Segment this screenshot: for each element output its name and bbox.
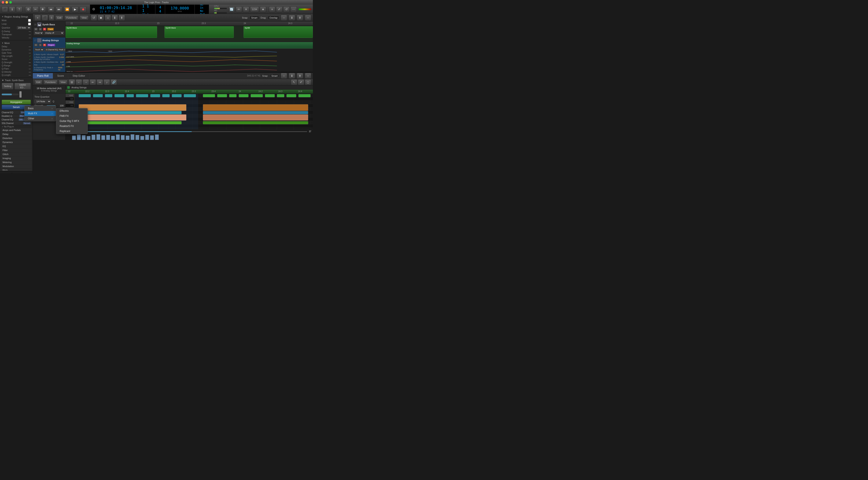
sidebar-item-distortion[interactable]: Distortion — [1, 136, 32, 140]
submenu-fm8-fx[interactable]: FM8 FX — [56, 114, 88, 119]
play-button[interactable]: ▶ — [72, 6, 79, 12]
sidebar-item-metering[interactable]: Metering — [1, 160, 32, 164]
track-17-mode-select[interactable]: Touch — [34, 48, 44, 51]
pr-icon3[interactable]: → — [83, 79, 89, 85]
track-options-button[interactable]: ⬛ — [42, 15, 48, 21]
analog-strings-clip[interactable]: Analog Strings — [65, 42, 313, 49]
track-16-track[interactable]: Track — [47, 28, 54, 31]
sync-track-button[interactable]: S — [49, 15, 54, 21]
rewind-button[interactable]: ⏮ — [48, 6, 54, 12]
snap-icon3[interactable]: ⬆ — [297, 15, 303, 21]
toolbar-icon-help[interactable]: ? — [16, 6, 23, 12]
track-17-r[interactable]: R — [43, 43, 46, 46]
sidebar-item-modulation[interactable]: Modulation — [1, 164, 32, 168]
track-17-m[interactable]: M — [34, 43, 38, 46]
loop-icon[interactable]: ↺ — [91, 15, 97, 21]
view-menu[interactable]: View — [80, 15, 89, 20]
snap-icon1[interactable]: ↔ — [281, 15, 287, 21]
forward-button[interactable]: ⏭ — [56, 6, 62, 12]
gear-icon[interactable]: ⚙ — [92, 7, 95, 11]
snap-icon4[interactable]: ↔ — [305, 15, 311, 21]
track-17-region[interactable]: Region — [47, 43, 55, 46]
track-16-s[interactable]: S — [39, 28, 42, 31]
toolbar-icon-info[interactable]: ℹ — [9, 6, 15, 12]
collapse-icon[interactable]: ⬇ — [112, 15, 118, 21]
pr-snap-value[interactable]: Smart — [270, 74, 279, 78]
back-button[interactable]: ⏪ — [64, 6, 70, 12]
velocity-slider[interactable] — [76, 131, 307, 132]
functions-menu[interactable]: Functions — [64, 15, 79, 20]
pr-view-menu[interactable]: View — [59, 80, 68, 85]
expand-icon[interactable]: ⬆ — [119, 15, 125, 21]
submenu-guitar-rig[interactable]: Guitar Rig 5 MFX — [56, 119, 88, 124]
rec2-icon[interactable]: ⏺ — [98, 15, 104, 21]
track-16-m[interactable]: M — [34, 28, 38, 31]
pr-icon5[interactable]: ⇒ — [97, 79, 103, 85]
numbers-btn[interactable]: 1234 — [250, 6, 259, 12]
more-header[interactable]: ▼ More — [1, 41, 32, 45]
star-icon[interactable]: ★ — [260, 6, 266, 12]
minimize-button[interactable] — [5, 1, 8, 4]
tab-piano-roll[interactable]: Piano Roll — [33, 73, 53, 78]
edit-icon[interactable]: ✏ — [236, 6, 242, 12]
setting-button[interactable]: Setting — [2, 83, 13, 90]
quantize-select[interactable]: 1/8 Note 1/4 Note 1/16 Note — [17, 26, 31, 29]
submenu-replicant[interactable]: Replicant — [56, 129, 88, 134]
toolbar-icon-4[interactable]: ⚙ — [25, 6, 31, 12]
sidebar-item-glitch[interactable]: Glitch — [1, 152, 32, 156]
grid-icon[interactable]: ≡ — [269, 6, 275, 12]
tab-score[interactable]: Score — [53, 73, 68, 78]
add-track-button[interactable]: + — [34, 15, 41, 21]
hard-ed-button[interactable]: HARD ED... — [14, 83, 31, 90]
toolbar-icon-1[interactable]: ⬛ — [2, 6, 8, 12]
sidebar-item-amps[interactable]: Amps and Pedals — [1, 128, 32, 132]
pr-cursor-icon[interactable]: ↖ — [291, 79, 297, 85]
synth-bass-clip-2[interactable]: Synth Bass — [164, 26, 234, 38]
sidebar-item-eq[interactable]: EQ — [1, 144, 32, 148]
synth-bass-clip-3[interactable]: Synth — [244, 26, 313, 38]
menu-item-multi-fx[interactable]: Multi FX › — [25, 111, 56, 116]
drag-value[interactable]: Overlap — [268, 16, 279, 20]
sidebar-item-delay[interactable]: Delay — [1, 132, 32, 136]
pr-arrow-icon[interactable]: ↔ — [305, 73, 311, 79]
pr-expand-icon[interactable]: ⬇ — [289, 73, 295, 79]
sidebar-item-imaging[interactable]: Imaging — [1, 156, 32, 160]
toolbar-icon-5[interactable]: ✂ — [32, 6, 39, 12]
spread-btn[interactable]: Spread — [23, 122, 31, 124]
track-17-s[interactable]: S — [39, 43, 42, 46]
arpeggiator-button[interactable]: Arpeggiator — [2, 100, 31, 104]
menu-item-other[interactable]: Other › — [25, 116, 56, 121]
snap-value[interactable]: Smart — [250, 16, 259, 20]
tab-step-editor[interactable]: Step Editor — [68, 73, 89, 78]
sidebar-item-filter[interactable]: Filter — [1, 148, 32, 152]
record-button[interactable]: ⏺ — [80, 6, 87, 12]
pr-pencil-icon[interactable]: ✐ — [298, 79, 304, 85]
track-16-r[interactable]: R — [43, 28, 46, 31]
pr-icon6[interactable]: ♪ — [103, 79, 110, 85]
pr-icon2[interactable]: ← — [76, 79, 82, 85]
fader-thumb[interactable] — [20, 91, 22, 98]
auto-icon[interactable]: ♫ — [105, 15, 111, 21]
maximize-button[interactable] — [9, 1, 12, 4]
toolbar-icon-6[interactable]: ✚ — [39, 6, 46, 12]
track-16-display-select[interactable]: Display off — [44, 31, 64, 35]
tq-note-select[interactable]: 1/4 Note 1/8 Note 1/16 Note — [34, 99, 51, 103]
edit-menu[interactable]: Edit — [55, 15, 63, 20]
pr-icon7[interactable]: 🔗 — [111, 79, 117, 85]
pr-collapse-icon[interactable]: ⬆ — [297, 73, 303, 79]
pr-icon1[interactable]: ⊞ — [69, 79, 75, 85]
pr-edit-menu[interactable]: Edit — [34, 80, 42, 85]
sidebar-item-pitch[interactable]: Pitch — [1, 168, 32, 170]
loop-checkbox[interactable] — [28, 23, 31, 25]
sync-icon[interactable]: 🔄 — [228, 6, 235, 12]
pr-icon4[interactable]: ⇐ — [90, 79, 96, 85]
refresh-icon[interactable]: ↺ — [283, 6, 290, 12]
submenu-reaktor[interactable]: Reaktor5 FX — [56, 124, 88, 129]
settings-icon[interactable]: ⋯ — [290, 6, 297, 12]
sidebar-item-dynamics[interactable]: Dynamics — [1, 140, 32, 144]
track-16-mode-select[interactable]: Read — [34, 31, 43, 35]
close-icon-r[interactable]: ✕ — [243, 6, 249, 12]
track-fader[interactable] — [2, 94, 19, 95]
region-panel-header[interactable]: ▼ Region: Analog Strings — [1, 15, 32, 19]
pr-erase-icon[interactable]: ◻ — [305, 79, 311, 85]
